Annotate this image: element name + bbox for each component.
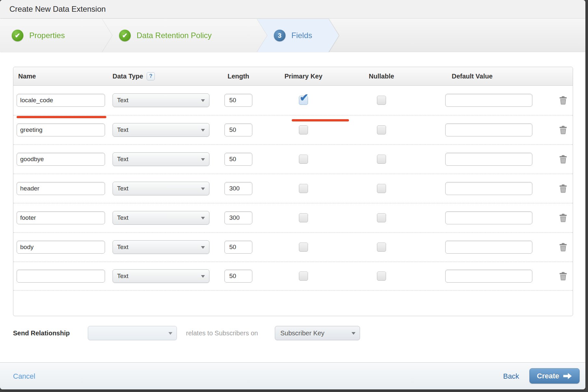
back-link[interactable]: Back (503, 363, 519, 389)
chevron-down-icon (201, 217, 205, 219)
primary-key-checkbox[interactable] (299, 184, 308, 193)
column-header-label: Data Type (113, 73, 143, 80)
nullable-checkbox[interactable] (377, 96, 386, 105)
field-row-body: Text (13, 232, 573, 261)
primary-key-checkbox[interactable] (299, 125, 308, 134)
delete-row-icon[interactable] (559, 272, 567, 281)
nullable-checkbox[interactable] (377, 184, 386, 193)
column-header-name: Name (13, 73, 108, 80)
length-input[interactable] (224, 270, 252, 283)
data-type-select[interactable]: Text (113, 211, 209, 225)
default-value-input[interactable] (445, 241, 532, 254)
chevron-down-icon (201, 99, 205, 102)
field-name-input[interactable] (17, 123, 105, 136)
relates-to-text: relates to Subscribers on (186, 326, 258, 340)
default-value-input[interactable] (445, 182, 532, 195)
delete-row-icon[interactable] (559, 96, 567, 105)
step-fields[interactable]: 3 Fields (257, 19, 339, 52)
nullable-checkbox[interactable] (377, 243, 386, 252)
default-value-input[interactable] (445, 270, 532, 283)
dialog-titlebar: Create New Data Extension (0, 0, 585, 19)
default-value-input[interactable] (445, 211, 532, 224)
field-name-input[interactable] (17, 182, 105, 195)
nullable-checkbox[interactable] (377, 125, 386, 134)
step-properties[interactable]: ✔ Properties (0, 19, 113, 52)
select-value: Text (117, 244, 128, 251)
data-type-select[interactable]: Text (113, 123, 209, 137)
send-relationship-select[interactable] (88, 326, 177, 340)
step-label: Properties (29, 31, 65, 40)
default-value-input[interactable] (445, 153, 532, 166)
nullable-checkbox[interactable] (377, 272, 386, 281)
primary-key-checkbox[interactable] (299, 243, 308, 252)
nullable-checkbox[interactable] (377, 213, 386, 222)
chevron-down-icon (168, 332, 172, 335)
check-circle-icon: ✔ (119, 30, 131, 41)
length-input[interactable] (224, 153, 252, 166)
select-value: Text (117, 126, 128, 133)
field-name-input[interactable] (17, 153, 105, 166)
default-value-input[interactable] (445, 123, 532, 136)
length-input[interactable] (224, 182, 252, 195)
length-input[interactable] (224, 211, 252, 224)
help-icon[interactable]: ? (147, 72, 155, 80)
length-input[interactable] (224, 241, 252, 254)
wizard-step-bar: ✔ Properties ✔ Data Retention Policy 3 F… (0, 19, 585, 52)
field-row-goodbye: Text (13, 144, 573, 174)
column-header-data-type: Data Type ? (108, 72, 216, 80)
length-input[interactable] (224, 123, 252, 136)
fields-table: Name Data Type ? Length Primary Key Null… (13, 67, 573, 316)
data-type-select[interactable]: Text (113, 240, 209, 254)
field-name-input[interactable] (17, 94, 105, 107)
delete-row-icon[interactable] (559, 243, 567, 252)
chevron-down-icon (352, 332, 355, 335)
select-value: Text (117, 273, 128, 280)
select-value: Text (117, 97, 128, 104)
chevron-down-icon (201, 129, 205, 132)
background-page (585, 0, 588, 392)
primary-key-checkbox[interactable] (299, 272, 308, 281)
delete-row-icon[interactable] (559, 184, 567, 193)
select-value: Subscriber Key (280, 329, 325, 337)
length-input[interactable] (224, 94, 252, 107)
field-name-input[interactable] (17, 211, 105, 224)
field-row-footer: Text (13, 203, 573, 232)
create-data-extension-dialog: Create New Data Extension ✔ Properties ✔… (0, 0, 585, 389)
check-circle-icon: ✔ (12, 30, 23, 41)
column-header-primary-key: Primary Key (261, 73, 346, 80)
delete-row-icon[interactable] (559, 213, 567, 223)
create-button[interactable]: Create (529, 368, 580, 384)
column-header-default-value: Default Value (417, 73, 547, 80)
column-header-length: Length (216, 73, 261, 80)
dialog-title: Create New Data Extension (0, 0, 585, 18)
chevron-down-icon (201, 246, 205, 249)
field-row-locale-code: Text (13, 86, 573, 115)
field-name-input[interactable] (17, 270, 105, 283)
data-type-select[interactable]: Text (113, 182, 209, 195)
field-name-input[interactable] (17, 241, 105, 254)
primary-key-checkbox[interactable] (299, 155, 308, 164)
primary-key-checkbox[interactable] (299, 96, 308, 105)
subscriber-key-select[interactable]: Subscriber Key (275, 326, 360, 340)
data-type-select[interactable]: Text (113, 269, 209, 283)
create-button-label: Create (537, 372, 559, 380)
default-value-input[interactable] (445, 94, 532, 107)
delete-row-icon[interactable] (559, 125, 567, 135)
chevron-down-icon (201, 275, 205, 278)
delete-row-icon[interactable] (559, 155, 567, 164)
select-value: Text (117, 214, 128, 221)
cancel-link[interactable]: Cancel (13, 363, 35, 389)
field-row-greeting: Text (13, 115, 573, 144)
data-type-select[interactable]: Text (113, 93, 209, 107)
send-relationship-section: Send Relationship relates to Subscribers… (0, 326, 585, 340)
dialog-footer: Cancel Back Create (0, 362, 585, 389)
nullable-checkbox[interactable] (377, 155, 386, 164)
arrow-right-icon (563, 372, 572, 380)
chevron-down-icon (201, 188, 205, 190)
data-type-select[interactable]: Text (113, 152, 209, 166)
primary-key-checkbox[interactable] (299, 213, 308, 222)
background-page (0, 389, 588, 392)
field-row-empty: Text (13, 261, 573, 291)
column-header-nullable: Nullable (346, 73, 417, 80)
step-data-retention-policy[interactable]: ✔ Data Retention Policy (102, 19, 267, 52)
